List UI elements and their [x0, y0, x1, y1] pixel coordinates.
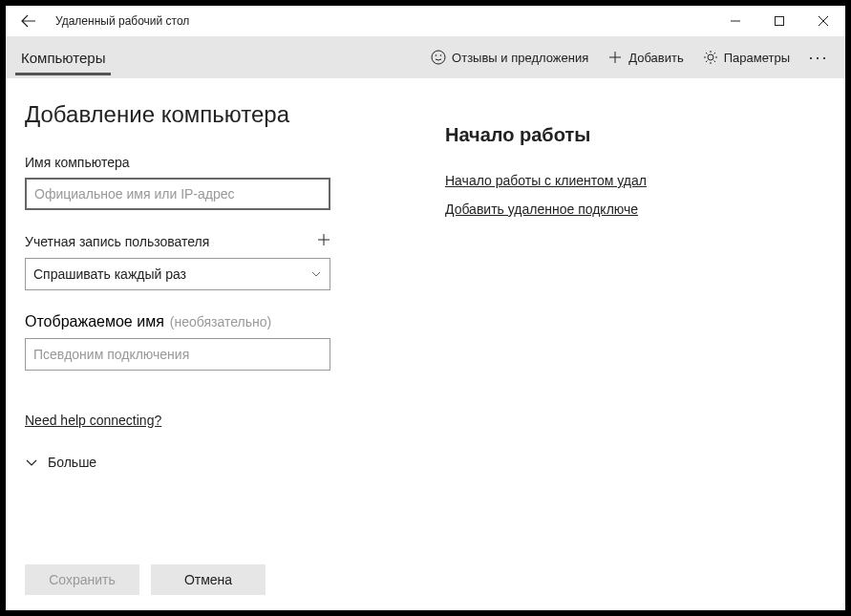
- gear-icon: [703, 50, 718, 65]
- app-window: Удаленный рабочий стол Компьютеры Отзывы…: [6, 6, 845, 610]
- minimize-icon: [731, 16, 740, 26]
- smile-icon: [431, 50, 446, 65]
- close-button[interactable]: [801, 6, 845, 36]
- maximize-button[interactable]: [757, 6, 801, 36]
- user-account-select[interactable]: Спрашивать каждый раз: [25, 258, 330, 290]
- getting-started-link-1[interactable]: Начало работы с клиентом удал: [445, 173, 830, 188]
- svg-point-3: [440, 54, 442, 56]
- tab-label: Компьютеры: [21, 50, 105, 66]
- user-account-label: Учетная запись пользователя: [25, 234, 209, 249]
- arrow-left-icon: [21, 13, 36, 29]
- cancel-button[interactable]: Отмена: [151, 564, 266, 595]
- app-title: Удаленный рабочий стол: [55, 14, 713, 28]
- add-user-account-button[interactable]: [317, 233, 330, 250]
- settings-label: Параметры: [724, 51, 790, 65]
- pc-name-label: Имя компьютера: [25, 155, 330, 170]
- plus-icon: [607, 50, 623, 65]
- maximize-icon: [775, 16, 784, 26]
- ellipsis-icon: ···: [808, 48, 828, 68]
- svg-point-2: [436, 54, 437, 56]
- display-name-optional: (необязательно): [170, 314, 271, 329]
- feedback-label: Отзывы и предложения: [452, 51, 588, 65]
- more-toggle[interactable]: Больше: [25, 455, 426, 470]
- save-button[interactable]: Сохранить: [25, 564, 139, 595]
- minimize-button[interactable]: [713, 6, 757, 36]
- close-icon: [819, 16, 828, 26]
- settings-button[interactable]: Параметры: [693, 36, 799, 78]
- main-panel: Добавление компьютера Имя компьютера Уче…: [6, 78, 445, 610]
- plus-icon: [317, 233, 330, 246]
- help-connecting-link[interactable]: Need help connecting?: [25, 413, 426, 428]
- chevron-down-icon: [25, 456, 38, 469]
- feedback-button[interactable]: Отзывы и предложения: [421, 36, 598, 78]
- window-controls: [713, 6, 845, 36]
- side-panel: Начало работы Начало работы с клиентом у…: [445, 78, 845, 610]
- display-name-field: Отображаемое имя (необязательно): [25, 313, 426, 371]
- getting-started-link-2[interactable]: Добавить удаленное подключе: [445, 202, 830, 217]
- svg-rect-0: [776, 17, 784, 26]
- chevron-down-icon: [310, 268, 322, 280]
- display-name-label: Отображаемое имя: [25, 313, 164, 330]
- tab-computers[interactable]: Компьютеры: [6, 36, 120, 78]
- user-account-value: Спрашивать каждый раз: [33, 266, 186, 282]
- more-label: Больше: [48, 455, 96, 470]
- titlebar: Удаленный рабочий стол: [6, 6, 845, 36]
- getting-started-title: Начало работы: [445, 124, 830, 146]
- user-account-field: Учетная запись пользователя Спрашивать к…: [25, 233, 426, 290]
- content-area: Добавление компьютера Имя компьютера Уче…: [6, 78, 845, 610]
- toolbar: Компьютеры Отзывы и предложения Добавить…: [6, 36, 845, 78]
- svg-point-1: [432, 51, 445, 64]
- back-button[interactable]: [17, 10, 40, 32]
- more-menu-button[interactable]: ···: [799, 36, 838, 78]
- button-row: Сохранить Отмена: [25, 545, 426, 595]
- add-label: Добавить: [628, 51, 683, 65]
- display-name-input[interactable]: [25, 338, 330, 371]
- pc-name-field: Имя компьютера: [25, 155, 426, 210]
- pc-name-input[interactable]: [25, 178, 330, 210]
- add-button[interactable]: Добавить: [598, 36, 692, 78]
- svg-point-4: [708, 54, 713, 60]
- page-title: Добавление компьютера: [25, 101, 426, 128]
